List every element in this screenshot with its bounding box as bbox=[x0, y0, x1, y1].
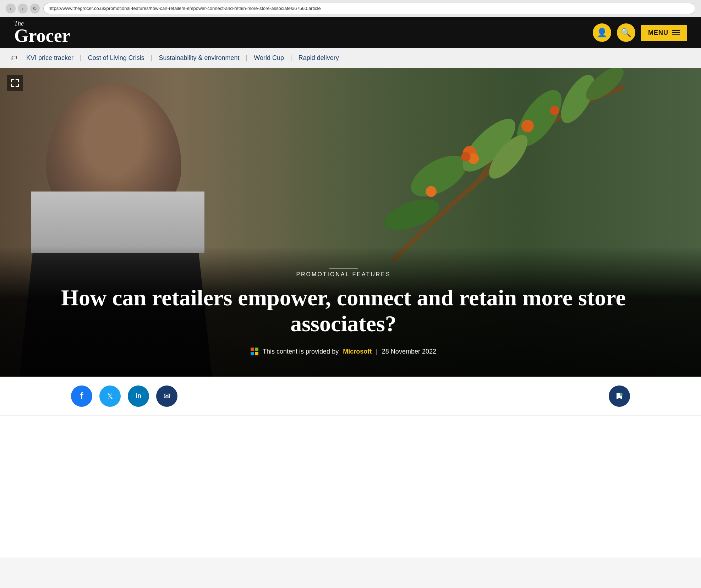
logo[interactable]: The Grocer bbox=[14, 20, 70, 45]
search-icon-button[interactable]: 🔍 bbox=[617, 23, 635, 42]
menu-button[interactable]: MENU bbox=[641, 25, 687, 41]
forward-button[interactable]: › bbox=[18, 4, 28, 13]
svg-point-10 bbox=[521, 120, 534, 132]
menu-label: MENU bbox=[648, 29, 668, 37]
promo-line bbox=[329, 268, 358, 268]
hero-section: PROMOTIONAL FEATURES How can retailers e… bbox=[0, 68, 701, 377]
twitter-icon: 𝕏 bbox=[107, 392, 113, 400]
hero-overlay: PROMOTIONAL FEATURES How can retailers e… bbox=[0, 246, 701, 377]
article-title: How can retailers empower, connect and r… bbox=[14, 285, 673, 337]
byline-separator: | bbox=[376, 348, 378, 355]
header-actions: 👤 🔍 MENU bbox=[593, 23, 687, 42]
hamburger-icon bbox=[672, 30, 680, 35]
share-facebook-button[interactable]: f bbox=[71, 385, 92, 407]
email-icon: ✉ bbox=[164, 392, 170, 401]
linkedin-icon: in bbox=[136, 392, 141, 400]
search-icon: 🔍 bbox=[621, 28, 631, 38]
nav-item-sustainability[interactable]: Sustainability & environment bbox=[155, 54, 243, 62]
browser-chrome: ‹ › ↻ https://www.thegrocer.co.uk/promot… bbox=[0, 0, 701, 17]
byline-date: 28 November 2022 bbox=[382, 348, 436, 355]
user-icon-button[interactable]: 👤 bbox=[593, 23, 611, 42]
svg-text:+: + bbox=[620, 394, 622, 396]
svg-point-5 bbox=[380, 193, 443, 236]
nav-bar: 🏷 KVI price tracker | Cost of Living Cri… bbox=[0, 48, 701, 68]
nav-item-world-cup[interactable]: World Cup bbox=[250, 54, 287, 62]
expand-button[interactable] bbox=[7, 75, 23, 91]
nav-item-kvi[interactable]: KVI price tracker bbox=[23, 54, 77, 62]
svg-point-9 bbox=[461, 152, 470, 161]
tag-icon: 🏷 bbox=[11, 54, 17, 62]
article-byline: This content is provided by Microsoft | … bbox=[14, 348, 673, 355]
facebook-icon: f bbox=[80, 390, 83, 401]
share-linkedin-button[interactable]: in bbox=[128, 385, 149, 407]
share-bar: f 𝕏 in ✉ + bbox=[0, 377, 701, 416]
bookmark-icon: + bbox=[615, 392, 624, 400]
share-email-button[interactable]: ✉ bbox=[156, 385, 177, 407]
reload-button[interactable]: ↻ bbox=[30, 4, 40, 13]
browser-nav: ‹ › ↻ bbox=[6, 4, 40, 13]
microsoft-logo bbox=[251, 348, 258, 355]
address-bar[interactable]: https://www.thegrocer.co.uk/promotional-… bbox=[43, 3, 695, 14]
byline-prefix: This content is provided by bbox=[263, 348, 339, 355]
back-button[interactable]: ‹ bbox=[6, 4, 16, 13]
promo-label-container: PROMOTIONAL FEATURES bbox=[14, 268, 673, 278]
article-content bbox=[0, 416, 701, 558]
svg-point-12 bbox=[550, 106, 559, 115]
svg-point-11 bbox=[426, 186, 436, 197]
promo-label: PROMOTIONAL FEATURES bbox=[296, 271, 390, 278]
share-buttons: f 𝕏 in ✉ bbox=[71, 385, 177, 407]
nav-item-rapid-delivery[interactable]: Rapid delivery bbox=[295, 54, 343, 62]
user-icon: 👤 bbox=[597, 28, 607, 38]
site-header: The Grocer 👤 🔍 MENU bbox=[0, 17, 701, 48]
microsoft-link[interactable]: Microsoft bbox=[343, 348, 372, 355]
logo-grocer: Grocer bbox=[14, 27, 70, 45]
expand-icon bbox=[11, 79, 19, 87]
share-twitter-button[interactable]: 𝕏 bbox=[99, 385, 121, 407]
bookmark-button[interactable]: + bbox=[609, 385, 630, 407]
nav-item-cost-of-living[interactable]: Cost of Living Crisis bbox=[84, 54, 148, 62]
